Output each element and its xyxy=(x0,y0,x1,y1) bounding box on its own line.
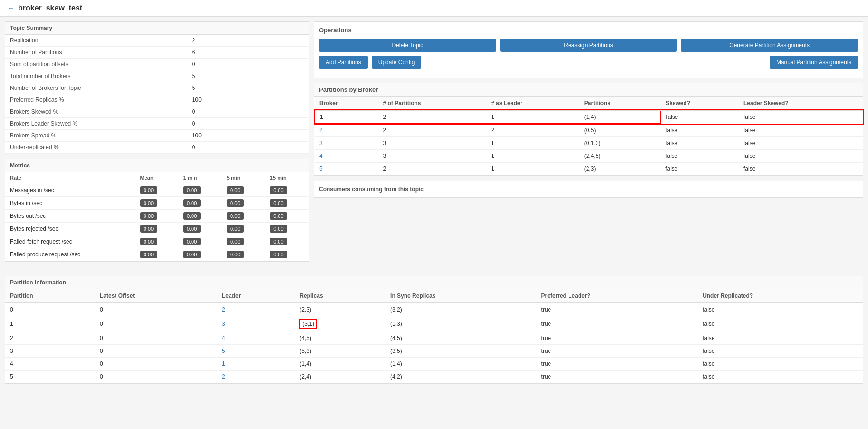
metric-15min: 0.00 xyxy=(265,197,309,210)
metric-1min: 0.00 xyxy=(179,248,222,261)
generate-partition-assignments-button[interactable]: Generate Partition Assignments xyxy=(681,39,858,52)
metric-1min: 0.00 xyxy=(179,210,222,223)
broker-row: 5 2 1 (2,3) false false xyxy=(315,163,863,176)
broker-num-partitions: 2 xyxy=(378,163,487,176)
broker-row: 3 3 1 (0,1,3) false false xyxy=(315,137,863,150)
broker-skewed: false xyxy=(661,163,739,176)
broker-num-partitions: 3 xyxy=(378,137,487,150)
partition-info-section: Partition Information Partition Latest O… xyxy=(0,276,868,389)
pi-col-under-replicated: Under Replicated? xyxy=(698,289,863,303)
partition-under-replicated: false xyxy=(698,370,863,383)
broker-leader-skewed: false xyxy=(739,163,863,176)
partition-preferred-leader: true xyxy=(537,303,698,316)
summary-label: Brokers Skewed % xyxy=(5,106,187,118)
metric-mean: 0.00 xyxy=(135,184,179,197)
partition-under-replicated: false xyxy=(698,316,863,332)
metrics-row: Bytes out /sec 0.00 0.00 0.00 0.00 xyxy=(5,210,309,223)
metric-15min: 0.00 xyxy=(265,223,309,235)
reassign-partitions-button[interactable]: Reassign Partitions xyxy=(500,39,677,52)
broker-partitions: (2,3) xyxy=(579,163,661,176)
partition-table: Partition Latest Offset Leader Replicas … xyxy=(5,289,863,383)
partition-preferred-leader: true xyxy=(537,358,698,370)
summary-label: Number of Brokers for Topic xyxy=(5,82,187,94)
update-config-button[interactable]: Update Config xyxy=(372,56,422,69)
metric-5min: 0.00 xyxy=(222,210,265,223)
summary-row: Number of Brokers for Topic5 xyxy=(5,82,309,94)
metric-rate-label: Failed fetch request /sec xyxy=(5,235,135,248)
broker-col-broker: Broker xyxy=(315,97,378,110)
partition-num: 4 xyxy=(5,358,95,370)
partition-info-box: Partition Information Partition Latest O… xyxy=(5,276,863,384)
metric-15min: 0.00 xyxy=(265,235,309,248)
partition-num: 3 xyxy=(5,345,95,358)
metric-15min: 0.00 xyxy=(265,248,309,261)
broker-partitions: (0,5) xyxy=(579,124,661,137)
metrics-box: Metrics Rate Mean 1 min 5 min 15 min Mes… xyxy=(5,159,309,262)
metric-1min: 0.00 xyxy=(179,197,222,210)
partition-under-replicated: false xyxy=(698,332,863,345)
partition-num: 2 xyxy=(5,332,95,345)
summary-row: Brokers Spread %100 xyxy=(5,130,309,142)
metric-5min: 0.00 xyxy=(222,223,265,235)
partition-latest-offset: 0 xyxy=(95,345,217,358)
broker-leader-skewed: false xyxy=(739,124,863,137)
back-arrow[interactable]: ← xyxy=(8,4,14,12)
metric-rate-label: Bytes out /sec xyxy=(5,210,135,223)
partition-leader: 3 xyxy=(217,316,295,332)
partition-leader: 5 xyxy=(217,345,295,358)
partition-num: 0 xyxy=(5,303,95,316)
pi-col-partition: Partition xyxy=(5,289,95,303)
broker-col-num-partitions: # of Partitions xyxy=(378,97,487,110)
broker-as-leader: 1 xyxy=(486,150,579,163)
broker-as-leader: 1 xyxy=(486,110,579,124)
broker-num-partitions: 2 xyxy=(378,110,487,124)
summary-value: 2 xyxy=(187,35,309,47)
summary-label: Number of Partitions xyxy=(5,47,187,58)
partition-row: 2 0 4 (4,5) (4,5) true false xyxy=(5,332,863,345)
summary-row: Total number of Brokers5 xyxy=(5,70,309,82)
partition-row: 3 0 5 (5,3) (3,5) true false xyxy=(5,345,863,358)
manual-partition-assignments-button[interactable]: Manual Partition Assignments xyxy=(770,56,858,69)
partitions-by-broker-header: Partitions by Broker xyxy=(314,83,863,97)
partition-leader: 1 xyxy=(217,358,295,370)
summary-value: 6 xyxy=(187,47,309,58)
broker-as-leader: 1 xyxy=(486,137,579,150)
partition-preferred-leader: true xyxy=(537,316,698,332)
broker-skewed: false xyxy=(661,110,739,124)
summary-label: Preferred Replicas % xyxy=(5,94,187,106)
metrics-header: Metrics xyxy=(5,159,309,172)
right-panel: Operations Delete Topic Reassign Partiti… xyxy=(314,21,863,266)
broker-row: 1 2 1 (1,4) false false xyxy=(315,110,863,124)
broker-col-partitions: Partitions xyxy=(579,97,661,110)
partition-replicas: (1,4) xyxy=(295,358,386,370)
summary-value: 0 xyxy=(187,58,309,70)
partition-row: 4 0 1 (1,4) (1,4) true false xyxy=(5,358,863,370)
metrics-row: Failed produce request /sec 0.00 0.00 0.… xyxy=(5,248,309,261)
pi-col-preferred-leader: Preferred Leader? xyxy=(537,289,698,303)
add-partitions-button[interactable]: Add Partitions xyxy=(319,56,368,69)
broker-num-partitions: 3 xyxy=(378,150,487,163)
page-title: broker_skew_test xyxy=(18,4,82,12)
partition-row: 1 0 3 (3,1) (1,3) true false xyxy=(5,316,863,332)
summary-label: Replication xyxy=(5,35,187,47)
col-rate: Rate xyxy=(5,172,135,184)
delete-topic-button[interactable]: Delete Topic xyxy=(319,39,496,52)
metric-15min: 0.00 xyxy=(265,184,309,197)
consumers-label: Consumers consuming from this topic xyxy=(319,186,424,193)
topic-summary-box: Topic Summary Replication2Number of Part… xyxy=(5,21,309,154)
partition-replicas: (3,1) xyxy=(295,316,386,332)
pi-col-leader: Leader xyxy=(217,289,295,303)
col-15min: 15 min xyxy=(265,172,309,184)
summary-table: Replication2Number of Partitions6Sum of … xyxy=(5,35,309,154)
broker-partitions: (1,4) xyxy=(579,110,661,124)
summary-label: Total number of Brokers xyxy=(5,70,187,82)
ops-row1: Delete Topic Reassign Partitions Generat… xyxy=(319,39,858,52)
metrics-row: Bytes in /sec 0.00 0.00 0.00 0.00 xyxy=(5,197,309,210)
metric-5min: 0.00 xyxy=(222,197,265,210)
pi-col-replicas: Replicas xyxy=(295,289,386,303)
partition-latest-offset: 0 xyxy=(95,370,217,383)
broker-skewed: false xyxy=(661,137,739,150)
broker-num-partitions: 2 xyxy=(378,124,487,137)
metrics-table: Rate Mean 1 min 5 min 15 min Messages in… xyxy=(5,172,309,261)
metrics-row: Failed fetch request /sec 0.00 0.00 0.00… xyxy=(5,235,309,248)
